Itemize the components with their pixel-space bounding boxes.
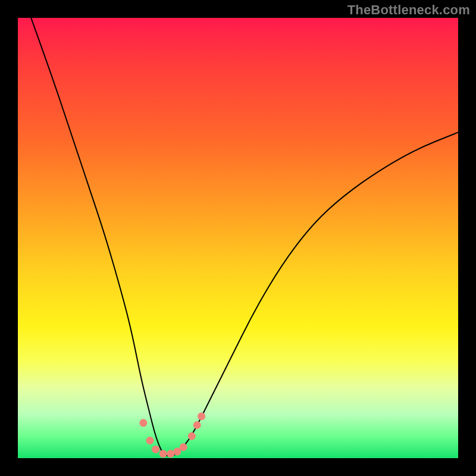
- curve-marker: [180, 443, 187, 451]
- watermark-text: TheBottleneck.com: [347, 2, 470, 18]
- chart-svg: [18, 18, 458, 458]
- curve-marker: [152, 446, 159, 453]
- curve-marker: [139, 419, 147, 427]
- chart-frame: TheBottleneck.com: [0, 0, 476, 476]
- marker-group: [139, 412, 205, 458]
- curve-marker: [188, 433, 196, 440]
- plot-area: [18, 18, 458, 458]
- curve-marker: [167, 450, 174, 458]
- curve-marker: [193, 421, 201, 429]
- curve-marker: [198, 412, 205, 420]
- curve-marker: [159, 450, 167, 458]
- curve-marker: [146, 437, 154, 444]
- bottleneck-curve-path: [31, 18, 458, 456]
